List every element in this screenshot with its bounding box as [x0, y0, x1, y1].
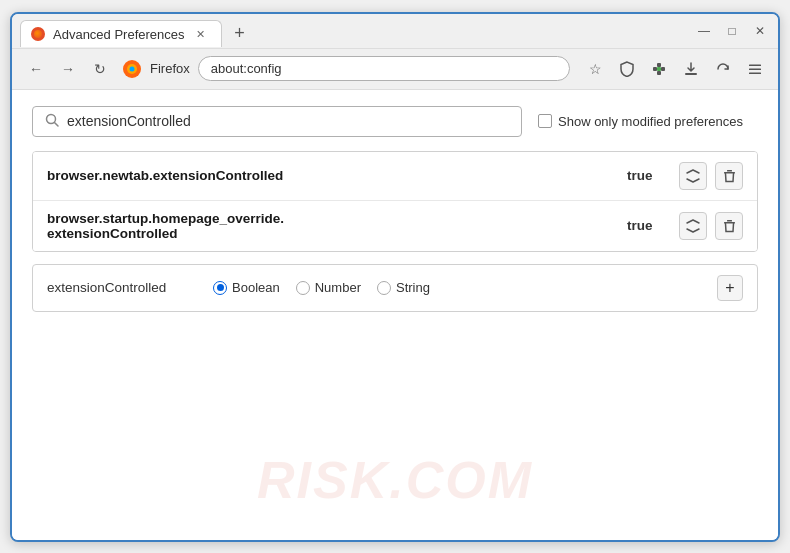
radio-number[interactable]: Number — [296, 280, 361, 295]
address-text: about:config — [211, 61, 282, 76]
tab-title: Advanced Preferences — [53, 27, 185, 42]
svg-rect-7 — [657, 71, 661, 75]
row-actions-1 — [679, 162, 743, 190]
forward-button[interactable]: → — [54, 55, 82, 83]
content-area: RISK.COM Show only modified preferences — [12, 90, 778, 540]
back-button[interactable]: ← — [22, 55, 50, 83]
svg-line-13 — [55, 122, 59, 126]
maximize-button[interactable]: □ — [722, 21, 742, 41]
title-bar: Advanced Preferences ✕ + — □ ✕ — [12, 14, 778, 49]
tab-close-button[interactable]: ✕ — [193, 26, 209, 42]
pref-name-1: browser.newtab.extensionControlled — [47, 168, 615, 183]
new-tab-button[interactable]: + — [226, 20, 254, 48]
search-bar[interactable] — [32, 106, 522, 137]
svg-point-2 — [130, 66, 135, 71]
downloads-icon[interactable] — [678, 56, 704, 82]
menu-icon[interactable] — [742, 56, 768, 82]
browser-window: Advanced Preferences ✕ + — □ ✕ ← → ↻ Fir… — [10, 12, 780, 542]
new-pref-name: extensionControlled — [47, 280, 197, 295]
radio-string[interactable]: String — [377, 280, 430, 295]
svg-rect-4 — [657, 63, 661, 67]
svg-rect-10 — [749, 68, 761, 70]
minimize-button[interactable]: — — [694, 21, 714, 41]
tab-favicon — [31, 27, 45, 41]
navigation-bar: ← → ↻ Firefox about:config ☆ — [12, 49, 778, 90]
results-table: browser.newtab.extensionControlled true — [32, 151, 758, 252]
pref-name-2-line1: browser.startup.homepage_override. — [47, 211, 615, 226]
svg-rect-11 — [749, 72, 761, 74]
extension-icon[interactable] — [646, 56, 672, 82]
watermark: RISK.COM — [257, 450, 533, 510]
search-container: Show only modified preferences — [32, 106, 758, 137]
radio-string-label: String — [396, 280, 430, 295]
pref-value-1: true — [627, 168, 667, 183]
shield-icon[interactable] — [614, 56, 640, 82]
bookmark-icon[interactable]: ☆ — [582, 56, 608, 82]
close-window-button[interactable]: ✕ — [750, 21, 770, 41]
svg-rect-6 — [661, 67, 665, 71]
nav-icons-group: ☆ — [582, 56, 768, 82]
radio-boolean-label: Boolean — [232, 280, 280, 295]
toggle-button-1[interactable] — [679, 162, 707, 190]
radio-boolean[interactable]: Boolean — [213, 280, 280, 295]
svg-rect-8 — [685, 73, 697, 75]
table-row[interactable]: browser.startup.homepage_override. exten… — [33, 201, 757, 251]
delete-button-1[interactable] — [715, 162, 743, 190]
radio-boolean-circle — [213, 281, 227, 295]
search-icon — [45, 113, 59, 130]
sync-icon[interactable] — [710, 56, 736, 82]
radio-string-circle — [377, 281, 391, 295]
svg-rect-15 — [727, 170, 732, 172]
show-modified-container: Show only modified preferences — [538, 114, 743, 129]
window-controls: — □ ✕ — [694, 21, 770, 47]
row-actions-2 — [679, 212, 743, 240]
table-row[interactable]: browser.newtab.extensionControlled true — [33, 152, 757, 201]
browser-name-label: Firefox — [150, 61, 190, 76]
svg-rect-3 — [653, 67, 657, 71]
toggle-button-2[interactable] — [679, 212, 707, 240]
svg-rect-17 — [727, 220, 732, 222]
new-preference-row: extensionControlled Boolean Number Strin… — [32, 264, 758, 312]
radio-number-label: Number — [315, 280, 361, 295]
radio-number-circle — [296, 281, 310, 295]
active-tab[interactable]: Advanced Preferences ✕ — [20, 20, 222, 47]
reload-button[interactable]: ↻ — [86, 55, 114, 83]
address-bar[interactable]: about:config — [198, 56, 570, 81]
show-modified-checkbox[interactable] — [538, 114, 552, 128]
show-modified-label: Show only modified preferences — [558, 114, 743, 129]
svg-rect-9 — [749, 64, 761, 66]
firefox-logo-icon — [122, 59, 142, 79]
pref-value-2: true — [627, 218, 667, 233]
svg-rect-5 — [657, 67, 661, 71]
type-radio-group: Boolean Number String — [213, 280, 701, 295]
pref-name-2-line2: extensionControlled — [47, 226, 615, 241]
search-input[interactable] — [67, 113, 509, 129]
add-preference-button[interactable]: + — [717, 275, 743, 301]
delete-button-2[interactable] — [715, 212, 743, 240]
